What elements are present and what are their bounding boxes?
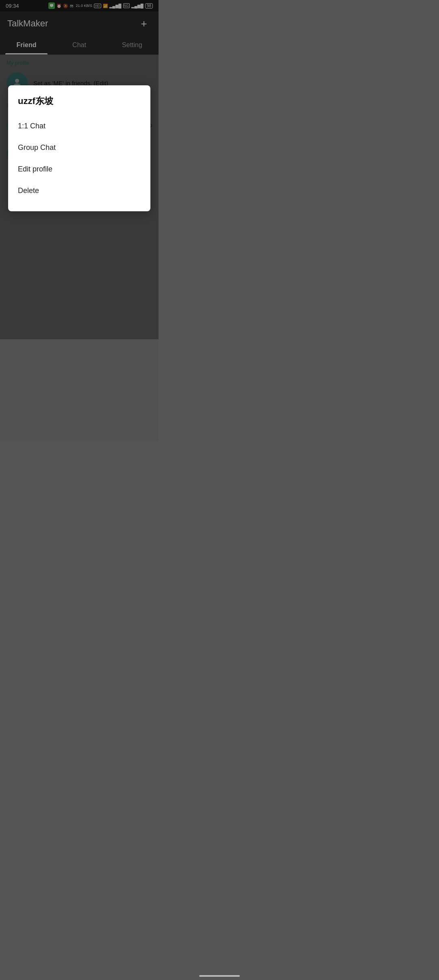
overlay-backdrop[interactable]: [0, 0, 159, 441]
context-menu: uzzf东坡 1:1 Chat Group Chat Edit profile …: [8, 85, 150, 211]
group-chat-button[interactable]: Group Chat: [18, 137, 141, 158]
edit-profile-button[interactable]: Edit profile: [18, 158, 141, 180]
delete-button[interactable]: Delete: [18, 180, 141, 202]
context-menu-title: uzzf东坡: [18, 95, 141, 107]
one-on-one-chat-button[interactable]: 1:1 Chat: [18, 115, 141, 137]
app-wrapper: 09:34 ⏰ 🔕 ⯹ 21.0 KB/S HD 📶 ▂▄▆█: [0, 0, 159, 441]
